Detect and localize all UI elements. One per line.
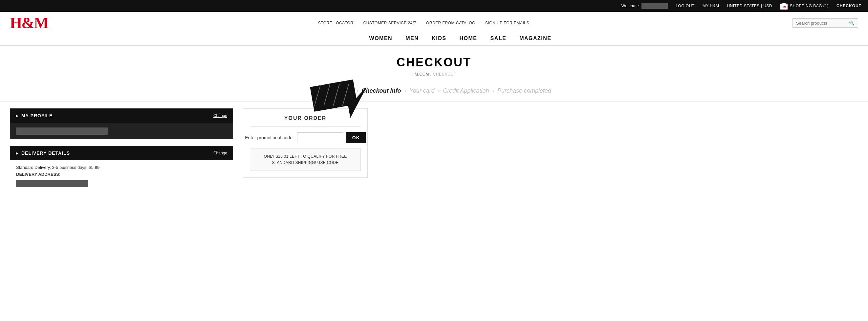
delivery-text: Standard Delivery, 3-5 business days, $5… xyxy=(16,165,227,170)
nav-store-locator[interactable]: STORE LOCATOR xyxy=(318,21,353,25)
profile-title: ▶ MY PROFILE xyxy=(16,113,53,118)
delivery-section: ▶ DELIVERY DETAILS Change Standard Deliv… xyxy=(10,146,233,192)
profile-info-bar xyxy=(16,127,108,135)
step-your-card[interactable]: Your card xyxy=(409,87,435,94)
nav-signup-emails[interactable]: SIGN UP FOR EMAILS xyxy=(485,21,529,25)
promo-input[interactable] xyxy=(297,133,343,143)
profile-change-link[interactable]: Change xyxy=(213,113,227,118)
step-purchase-completed[interactable]: Purchase completed xyxy=(497,87,551,94)
delivery-header: ▶ DELIVERY DETAILS Change xyxy=(10,146,233,160)
promo-row: Enter promotional code: OK xyxy=(250,126,361,143)
right-panel: YOUR ORDER Enter promotional code: OK ON… xyxy=(243,102,368,178)
nav-magazine[interactable]: MAGAZINE xyxy=(519,35,551,41)
breadcrumb-home[interactable]: HM.COM xyxy=(412,72,429,77)
step-shopping-bag[interactable]: Shopping bag xyxy=(317,87,353,94)
svg-text:HM: HM xyxy=(781,6,786,9)
delivery-triangle: ▶ xyxy=(16,151,19,155)
nav-men[interactable]: MEN xyxy=(405,35,418,41)
promo-label: Enter promotional code: xyxy=(245,135,294,140)
delivery-address-label: DELIVERY ADDRESS: xyxy=(16,172,227,177)
top-bar: Welcome LOG OUT MY H&M UNITED STATES | U… xyxy=(0,0,868,12)
nav-home[interactable]: HOME xyxy=(459,35,477,41)
search-icon: 🔍 xyxy=(849,20,855,26)
nav-sale[interactable]: SALE xyxy=(490,35,506,41)
delivery-change-link[interactable]: Change xyxy=(213,151,227,155)
delivery-title-text: DELIVERY DETAILS xyxy=(21,150,70,156)
header-top: H&M STORE LOCATOR CUSTOMER SERVICE 24/7 … xyxy=(10,12,858,32)
nav-kids[interactable]: KIDS xyxy=(432,35,446,41)
checkout-hero: CHECKOUT HM.COM / CHECKOUT xyxy=(0,46,868,80)
breadcrumb-separator: / xyxy=(430,72,432,77)
step-arrow-3: › xyxy=(438,88,440,94)
header-nav-top: STORE LOCATOR CUSTOMER SERVICE 24/7 ORDE… xyxy=(55,21,793,25)
top-checkout-link[interactable]: CHECKOUT xyxy=(836,4,862,8)
search-box[interactable]: 🔍 xyxy=(793,19,858,28)
profile-section: ▶ MY PROFILE Change xyxy=(10,109,233,139)
profile-triangle: ▶ xyxy=(16,114,19,118)
step-checkout-info[interactable]: Checkout info xyxy=(362,87,401,94)
left-panel: ▶ MY PROFILE Change ▶ DELIVERY DETAILS C… xyxy=(10,102,233,192)
step-arrow-1: › xyxy=(356,88,358,94)
step-credit-application[interactable]: Credit Application xyxy=(443,87,489,94)
logo[interactable]: H&M xyxy=(10,15,55,31)
bag-icon: HM xyxy=(780,1,788,10)
shopping-bag-link[interactable]: SHOPPING BAG (1) xyxy=(790,4,829,8)
profile-header: ▶ MY PROFILE Change xyxy=(10,109,233,123)
delivery-title: ▶ DELIVERY DETAILS xyxy=(16,150,70,156)
shopping-bag-area[interactable]: HM SHOPPING BAG (1) xyxy=(780,1,829,10)
address-info-bar xyxy=(16,180,88,187)
breadcrumb-current: CHECKOUT xyxy=(433,72,456,77)
free-shipping-message: ONLY $15.01 LEFT TO QUALIFY FOR FREE STA… xyxy=(250,148,361,171)
welcome-label: Welcome xyxy=(621,4,639,8)
nav-order-catalog[interactable]: ORDER FROM CATALOG xyxy=(426,21,475,25)
logout-link[interactable]: LOG OUT xyxy=(676,4,695,8)
locale-link[interactable]: UNITED STATES | USD xyxy=(727,4,772,8)
breadcrumb: HM.COM / CHECKOUT xyxy=(0,72,868,77)
header-nav-main: WOMEN MEN KIDS HOME SALE MAGAZINE xyxy=(10,32,858,45)
delivery-body: Standard Delivery, 3-5 business days, $5… xyxy=(10,160,233,192)
step-arrow-2: › xyxy=(404,88,406,94)
checkout-title: CHECKOUT xyxy=(0,56,868,69)
promo-ok-button[interactable]: OK xyxy=(346,132,366,143)
profile-title-text: MY PROFILE xyxy=(21,113,53,118)
step-arrow-4: › xyxy=(492,88,494,94)
search-input[interactable] xyxy=(796,21,848,26)
steps-bar: Shopping bag › Checkout info › Your card… xyxy=(0,80,868,102)
order-title: YOUR ORDER xyxy=(250,115,361,121)
profile-body xyxy=(10,123,233,139)
order-panel: YOUR ORDER Enter promotional code: OK ON… xyxy=(243,109,368,178)
welcome-name-box xyxy=(642,3,668,9)
header: H&M STORE LOCATOR CUSTOMER SERVICE 24/7 … xyxy=(0,12,868,46)
main-content: ▶ MY PROFILE Change ▶ DELIVERY DETAILS C… xyxy=(0,102,868,205)
myhm-link[interactable]: MY H&M xyxy=(703,4,719,8)
nav-women[interactable]: WOMEN xyxy=(369,35,393,41)
welcome-area: Welcome xyxy=(621,3,668,9)
nav-customer-service[interactable]: CUSTOMER SERVICE 24/7 xyxy=(364,21,416,25)
